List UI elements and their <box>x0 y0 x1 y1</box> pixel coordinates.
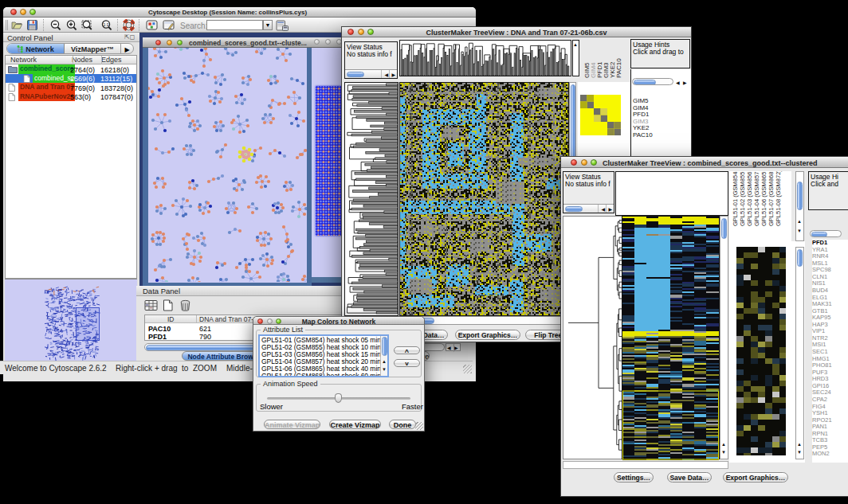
svg-text:1:1: 1:1 <box>103 22 109 27</box>
